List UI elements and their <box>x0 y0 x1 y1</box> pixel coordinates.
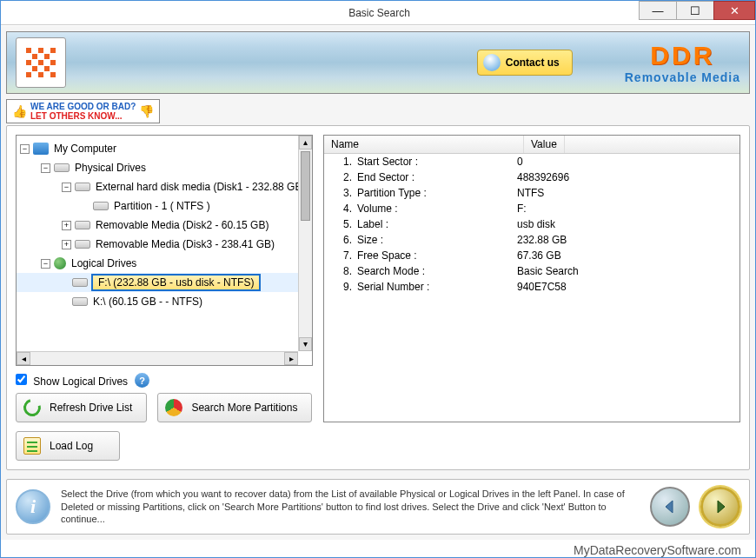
tree-hscrollbar[interactable]: ◂▸ <box>17 351 298 365</box>
details-row[interactable]: 8.Search Mode :Basic Search <box>324 263 739 279</box>
thumbs-down-icon: 👎 <box>139 107 154 116</box>
show-logical-checkbox[interactable]: Show Logical Drives <box>16 374 128 388</box>
minimize-button[interactable]: — <box>639 1 677 20</box>
row-value: 488392696 <box>517 171 739 183</box>
tree-node-k-drive[interactable]: K:\ (60.15 GB - - NTFS) <box>17 292 312 311</box>
expand-icon[interactable]: + <box>62 221 71 230</box>
thumbs-up-icon: 👍 <box>12 107 27 116</box>
row-value: 940E7C58 <box>517 281 739 293</box>
details-row[interactable]: 6.Size :232.88 GB <box>324 232 739 248</box>
col-name[interactable]: Name <box>324 136 524 153</box>
feedback-bar: 👍 WE ARE GOOD OR BAD? LET OTHERS KNOW...… <box>6 99 750 123</box>
drive-icon <box>75 221 90 229</box>
row-key: Label : <box>357 218 517 230</box>
row-num: 7. <box>324 249 357 262</box>
row-num: 1. <box>324 156 357 168</box>
app-logo-icon <box>16 37 66 88</box>
collapse-icon[interactable]: − <box>41 163 50 173</box>
details-row[interactable]: 7.Free Space :67.36 GB <box>324 248 739 263</box>
row-num: 9. <box>324 281 357 293</box>
brand-subtitle: Removable Media <box>625 70 740 84</box>
tree-node-ext[interactable]: − External hard disk media (Disk1 - 232.… <box>17 177 312 196</box>
details-row[interactable]: 4.Volume :F: <box>324 201 739 216</box>
contact-label: Contact us <box>506 56 560 69</box>
tree-node-physical[interactable]: − Physical Drives <box>17 158 312 177</box>
details-row[interactable]: 9.Serial Number :940E7C58 <box>324 279 739 295</box>
globe-icon <box>54 257 66 269</box>
row-value: NTFS <box>517 187 739 199</box>
drive-icon <box>72 278 88 287</box>
row-key: Search Mode : <box>357 265 517 277</box>
tree-node-logical[interactable]: − Logical Drives <box>17 254 312 273</box>
main-box: ▴▾ ◂▸ − My Computer <box>6 125 750 470</box>
row-value: 67.36 GB <box>517 249 739 262</box>
row-value: 0 <box>517 156 739 168</box>
details-row[interactable]: 2.End Sector :488392696 <box>324 169 739 185</box>
row-key: Free Space : <box>357 249 517 262</box>
details-row[interactable]: 1.Start Sector :0 <box>324 154 739 169</box>
pie-icon <box>165 399 182 416</box>
row-value: F: <box>517 203 739 215</box>
feedback-button[interactable]: 👍 WE ARE GOOD OR BAD? LET OTHERS KNOW...… <box>6 99 160 123</box>
show-logical-input[interactable] <box>16 374 27 385</box>
drive-icon <box>54 163 70 172</box>
row-num: 4. <box>324 203 357 215</box>
tree-vscrollbar[interactable]: ▴▾ <box>298 136 312 351</box>
row-key: Volume : <box>357 203 517 215</box>
row-key: End Sector : <box>357 171 517 183</box>
load-log-button[interactable]: Load Log <box>16 431 120 461</box>
next-button[interactable] <box>700 487 740 527</box>
help-icon[interactable]: ? <box>135 373 149 388</box>
contact-us-button[interactable]: Contact us <box>477 50 573 76</box>
row-value: 232.88 GB <box>517 234 739 246</box>
collapse-icon[interactable]: − <box>20 144 30 154</box>
footer-bar: i Select the Drive (from which you want … <box>6 479 750 535</box>
col-value[interactable]: Value <box>524 136 565 153</box>
details-row[interactable]: 3.Partition Type :NTFS <box>324 185 739 201</box>
drive-icon <box>75 183 90 191</box>
row-value: usb disk <box>517 218 739 230</box>
search-more-partitions-button[interactable]: Search More Partitions <box>157 393 312 422</box>
footer-text: Select the Drive (from which you want to… <box>61 488 640 527</box>
row-key: Size : <box>357 234 517 246</box>
options-row: Show Logical Drives ? <box>16 373 313 388</box>
feedback-line2: LET OTHERS KNOW... <box>30 111 136 121</box>
row-key: Partition Type : <box>357 187 517 199</box>
row-num: 8. <box>324 265 357 277</box>
details-body: 1.Start Sector :02.End Sector :488392696… <box>324 154 739 295</box>
drive-tree[interactable]: ▴▾ ◂▸ − My Computer <box>16 135 313 366</box>
header-banner: Contact us DDR Removable Media <box>6 31 750 94</box>
tree-node-rem2[interactable]: + Removable Media (Disk3 - 238.41 GB) <box>17 235 312 254</box>
tree-node-f-drive[interactable]: F:\ (232.88 GB - usb disk - NTFS) <box>17 273 312 292</box>
drive-icon <box>93 202 109 210</box>
row-num: 6. <box>324 234 357 246</box>
details-header: Name Value <box>324 136 739 154</box>
drive-icon <box>75 240 90 249</box>
feedback-line1: WE ARE GOOD OR BAD? <box>30 102 136 111</box>
back-button[interactable] <box>650 487 690 527</box>
refresh-icon <box>20 395 43 419</box>
expand-icon[interactable]: + <box>62 240 71 249</box>
row-value: Basic Search <box>517 265 739 277</box>
window-title: Basic Search <box>119 7 640 19</box>
contact-avatar-icon <box>483 54 501 71</box>
details-panel: Name Value 1.Start Sector :02.End Sector… <box>323 135 740 422</box>
tree-node-mycomputer[interactable]: − My Computer <box>17 139 312 158</box>
row-key: Serial Number : <box>357 281 517 293</box>
maximize-button[interactable]: ☐ <box>676 1 714 20</box>
content-area: Contact us DDR Removable Media 👍 WE ARE … <box>1 25 755 540</box>
log-icon <box>23 437 41 455</box>
row-num: 3. <box>324 187 357 199</box>
collapse-icon[interactable]: − <box>62 183 71 192</box>
tree-node-partition[interactable]: Partition - 1 ( NTFS ) <box>17 196 312 216</box>
details-row[interactable]: 5.Label :usb disk <box>324 216 739 232</box>
drive-icon <box>72 297 88 306</box>
row-key: Start Sector : <box>357 156 517 168</box>
refresh-drive-list-button[interactable]: Refresh Drive List <box>16 393 147 422</box>
watermark-text: MyDataRecoverySoftware.com <box>1 540 755 557</box>
app-window: Basic Search — ☐ ✕ Contact us DDR Remova… <box>0 0 756 558</box>
collapse-icon[interactable]: − <box>41 259 50 269</box>
tree-node-rem1[interactable]: + Removable Media (Disk2 - 60.15 GB) <box>17 216 312 235</box>
computer-icon <box>33 143 49 155</box>
close-button[interactable]: ✕ <box>713 1 755 20</box>
